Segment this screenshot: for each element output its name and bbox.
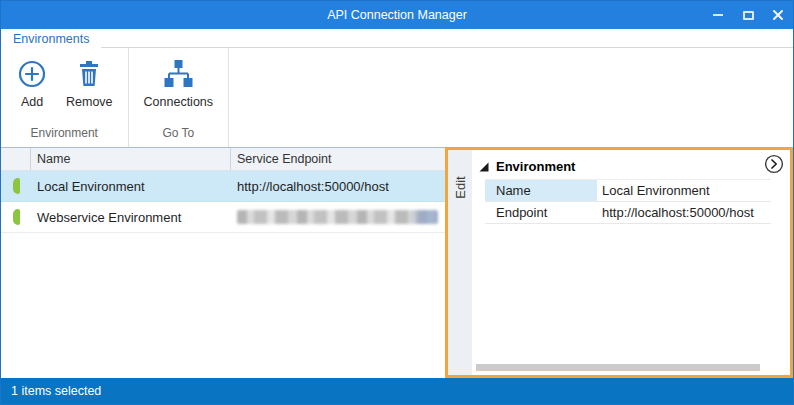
property-row[interactable]: Name Local Environment [485, 180, 771, 202]
property-row[interactable]: Endpoint http://localhost:50000/host [485, 202, 771, 224]
name-column-header[interactable]: Name [31, 148, 231, 170]
property-value[interactable]: http://localhost:50000/host [597, 202, 771, 223]
connections-button[interactable]: Connections [135, 56, 223, 111]
collapse-panel-button[interactable] [764, 154, 784, 174]
property-label: Name [485, 180, 597, 201]
add-circle-icon [16, 58, 48, 90]
ribbon-group-caption: Go To [129, 124, 229, 147]
horizontal-scrollbar[interactable] [476, 364, 760, 371]
property-group-label: Environment [496, 159, 575, 174]
tab-environments[interactable]: Environments [1, 29, 101, 48]
green-led-icon [13, 178, 20, 194]
property-label: Endpoint [485, 202, 597, 223]
add-button[interactable]: Add [7, 56, 57, 111]
row-name: Local Environment [31, 171, 231, 201]
edit-panel-tab-label: Edit [453, 176, 468, 198]
ribbon-group-goto: Connections Go To [129, 48, 230, 147]
chevron-right-icon [764, 154, 784, 174]
sitemap-icon [161, 58, 195, 90]
redacted-endpoint [237, 210, 438, 224]
edit-panel: Edit Environment Name [445, 147, 793, 378]
add-button-label: Add [21, 95, 43, 109]
property-value[interactable]: Local Environment [597, 180, 771, 201]
property-rows: Name Local Environment Endpoint http://l… [485, 179, 771, 224]
expander-expanded-icon [479, 162, 489, 172]
app-window: API Connection Manager Environments [0, 0, 794, 405]
connections-button-label: Connections [144, 95, 214, 109]
selection-status-text: 1 items selected [11, 384, 101, 398]
status-bar: 1 items selected [1, 378, 793, 404]
title-bar: API Connection Manager [1, 1, 793, 29]
ribbon-group-environment: Add Remove Environment [1, 48, 129, 147]
main-area: Name Service Endpoint Local Environment … [1, 147, 793, 378]
trash-icon [73, 58, 105, 90]
environments-table: Name Service Endpoint Local Environment … [1, 147, 445, 378]
row-name: Webservice Environment [31, 202, 231, 232]
window-title: API Connection Manager [1, 8, 793, 22]
green-led-icon [13, 209, 20, 225]
property-grid: Environment Name Local Environment Endpo… [472, 150, 790, 375]
endpoint-column-header[interactable]: Service Endpoint [231, 148, 445, 170]
table-row[interactable]: Local Environment http://localhost:50000… [1, 171, 445, 202]
ribbon-group-caption: Environment [1, 124, 128, 147]
table-row[interactable]: Webservice Environment [1, 202, 445, 233]
ribbon: Add Remove Environment [1, 48, 793, 147]
table-header-row: Name Service Endpoint [1, 148, 445, 171]
remove-button[interactable]: Remove [57, 56, 122, 111]
row-endpoint: http://localhost:50000/host [231, 171, 445, 201]
status-column-header[interactable] [1, 148, 31, 170]
remove-button-label: Remove [66, 95, 113, 109]
property-group-header[interactable]: Environment [472, 150, 790, 179]
ribbon-tab-row: Environments [1, 29, 793, 48]
edit-panel-tab[interactable]: Edit [448, 150, 472, 375]
